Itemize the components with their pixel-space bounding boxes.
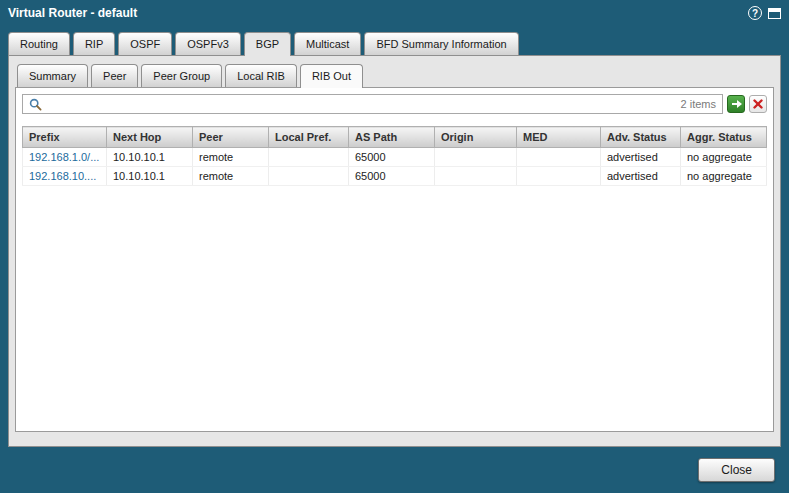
cell-adv-status: advertised bbox=[601, 148, 681, 167]
close-button[interactable]: Close bbox=[698, 458, 775, 482]
footer-bar: Close bbox=[0, 447, 789, 493]
prefix-link[interactable]: 192.168.1.0/... bbox=[29, 151, 99, 163]
subtab-local-rib[interactable]: Local RIB bbox=[225, 64, 297, 87]
cell-peer: remote bbox=[193, 167, 269, 186]
tab-routing[interactable]: Routing bbox=[8, 32, 70, 55]
tab-bgp[interactable]: BGP bbox=[244, 32, 291, 56]
rib-out-table: Prefix Next Hop Peer Local Pref. AS Path… bbox=[22, 126, 767, 186]
col-header-next-hop[interactable]: Next Hop bbox=[107, 127, 193, 148]
search-icon bbox=[29, 98, 42, 111]
subtab-peer[interactable]: Peer bbox=[91, 64, 138, 87]
prefix-link[interactable]: 192.168.10.... bbox=[29, 170, 96, 182]
window-icon[interactable] bbox=[768, 8, 781, 19]
sub-tabstrip: Summary Peer Peer Group Local RIB RIB Ou… bbox=[15, 64, 774, 87]
tab-rip[interactable]: RIP bbox=[73, 32, 115, 55]
tab-multicast[interactable]: Multicast bbox=[294, 32, 361, 55]
titlebar-icons: ? bbox=[748, 6, 781, 20]
cell-med bbox=[517, 148, 601, 167]
help-icon[interactable]: ? bbox=[748, 6, 762, 20]
table-row: 192.168.10.... 10.10.10.1 remote 65000 a… bbox=[23, 167, 767, 186]
table-row: 192.168.1.0/... 10.10.10.1 remote 65000 … bbox=[23, 148, 767, 167]
page-title: Virtual Router - default bbox=[8, 6, 748, 20]
clear-filter-button[interactable] bbox=[749, 95, 767, 113]
col-header-peer[interactable]: Peer bbox=[193, 127, 269, 148]
cell-local-pref bbox=[269, 167, 349, 186]
col-header-as-path[interactable]: AS Path bbox=[349, 127, 435, 148]
subtab-rib-out[interactable]: RIB Out bbox=[300, 64, 363, 88]
filter-input[interactable] bbox=[47, 96, 673, 112]
cell-next-hop: 10.10.10.1 bbox=[107, 148, 193, 167]
titlebar: Virtual Router - default ? bbox=[0, 0, 789, 26]
cell-adv-status: advertised bbox=[601, 167, 681, 186]
cell-prefix: 192.168.10.... bbox=[23, 167, 107, 186]
cell-med bbox=[517, 167, 601, 186]
col-header-med[interactable]: MED bbox=[517, 127, 601, 148]
subtab-summary[interactable]: Summary bbox=[17, 64, 88, 87]
col-header-origin[interactable]: Origin bbox=[435, 127, 517, 148]
cell-prefix: 192.168.1.0/... bbox=[23, 148, 107, 167]
cell-aggr-status: no aggregate bbox=[681, 167, 767, 186]
main-tabstrip: Routing RIP OSPF OSPFv3 BGP Multicast BF… bbox=[0, 26, 789, 55]
tab-ospfv3[interactable]: OSPFv3 bbox=[175, 32, 241, 55]
filter-bar: 2 items bbox=[22, 94, 767, 114]
cell-origin bbox=[435, 148, 517, 167]
cell-next-hop: 10.10.10.1 bbox=[107, 167, 193, 186]
apply-filter-button[interactable] bbox=[727, 95, 745, 113]
subtab-peer-group[interactable]: Peer Group bbox=[141, 64, 222, 87]
table-header-row: Prefix Next Hop Peer Local Pref. AS Path… bbox=[23, 127, 767, 148]
virtual-router-dialog: Virtual Router - default ? Routing RIP O… bbox=[0, 0, 789, 493]
cell-as-path: 65000 bbox=[349, 148, 435, 167]
col-header-aggr-status[interactable]: Aggr. Status bbox=[681, 127, 767, 148]
cell-peer: remote bbox=[193, 148, 269, 167]
bgp-panel: Summary Peer Peer Group Local RIB RIB Ou… bbox=[8, 55, 781, 447]
col-header-local-pref[interactable]: Local Pref. bbox=[269, 127, 349, 148]
rib-out-content: 2 items bbox=[15, 87, 774, 432]
tab-ospf[interactable]: OSPF bbox=[118, 32, 172, 55]
cell-aggr-status: no aggregate bbox=[681, 148, 767, 167]
items-count: 2 items bbox=[681, 98, 716, 110]
tab-bfd-summary[interactable]: BFD Summary Information bbox=[364, 32, 518, 55]
col-header-prefix[interactable]: Prefix bbox=[23, 127, 107, 148]
cell-local-pref bbox=[269, 148, 349, 167]
col-header-adv-status[interactable]: Adv. Status bbox=[601, 127, 681, 148]
cell-origin bbox=[435, 167, 517, 186]
search-box: 2 items bbox=[22, 94, 723, 114]
cell-as-path: 65000 bbox=[349, 167, 435, 186]
